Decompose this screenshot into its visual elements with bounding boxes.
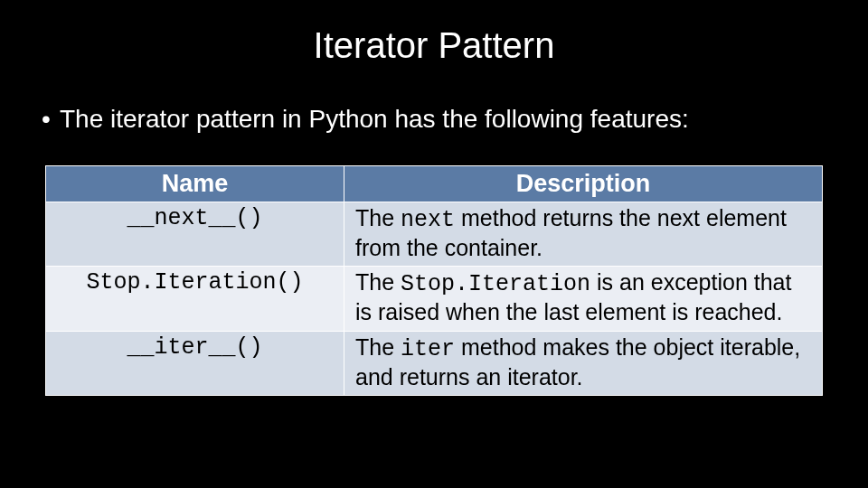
cell-name: __iter__() bbox=[46, 331, 344, 396]
desc-code: next bbox=[401, 207, 455, 233]
desc-text: The bbox=[355, 205, 401, 230]
cell-description: The iter method makes the object iterabl… bbox=[344, 331, 823, 396]
table-row: __iter__() The iter method makes the obj… bbox=[46, 331, 823, 396]
desc-text: The bbox=[355, 269, 401, 295]
desc-code: Stop.Iteration bbox=[401, 271, 590, 297]
bullet-dot-icon: • bbox=[42, 104, 60, 135]
features-table: Name Description __next__() The next met… bbox=[45, 165, 823, 397]
bullet-item: • The iterator pattern in Python has the… bbox=[36, 104, 832, 135]
cell-name: Stop.Iteration() bbox=[46, 267, 344, 332]
cell-description: The Stop.Iteration is an exception that … bbox=[344, 267, 823, 332]
desc-text: The bbox=[355, 334, 401, 360]
col-header-name: Name bbox=[46, 165, 344, 202]
bullet-text: The iterator pattern in Python has the f… bbox=[60, 104, 832, 135]
desc-code: iter bbox=[401, 336, 455, 362]
col-header-description: Description bbox=[344, 165, 823, 202]
table-row: Stop.Iteration() The Stop.Iteration is a… bbox=[46, 267, 823, 332]
cell-description: The next method returns the next element… bbox=[344, 202, 823, 267]
table-header-row: Name Description bbox=[46, 165, 823, 202]
cell-name: __next__() bbox=[46, 202, 344, 267]
page-title: Iterator Pattern bbox=[36, 25, 832, 66]
table-row: __next__() The next method returns the n… bbox=[46, 202, 823, 267]
